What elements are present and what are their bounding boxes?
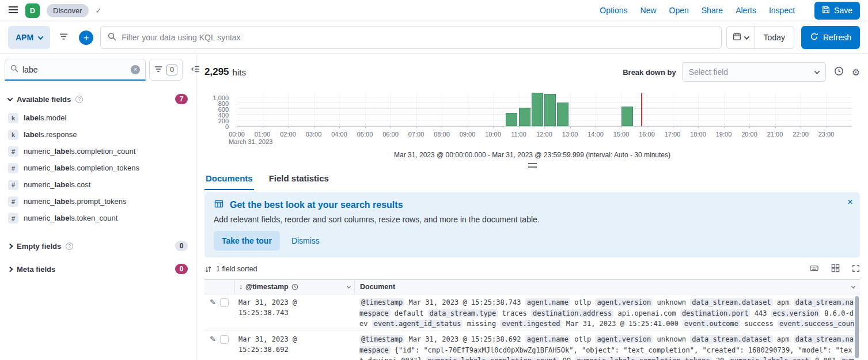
check-icon: ✓ [96, 6, 102, 15]
x-axis-tick [673, 126, 673, 128]
sorted-fields-label[interactable]: 1 field sorted [216, 265, 257, 273]
clear-search-icon[interactable]: × [131, 65, 140, 74]
space-avatar[interactable]: D [25, 3, 40, 18]
tab-field-statistics[interactable]: Field statistics [268, 171, 330, 190]
histogram-bar[interactable] [557, 103, 568, 126]
available-fields-header[interactable]: Available fields ? 7 [0, 92, 196, 106]
x-gridline [827, 93, 827, 126]
field-item[interactable]: klabels.response [0, 126, 196, 143]
field-chip: numeric_labels.completion_tokens [575, 357, 711, 360]
filter-button[interactable] [55, 26, 72, 49]
x-axis-tick [775, 126, 776, 128]
x-axis-label: 10:00 [485, 131, 501, 138]
nav-link-share[interactable]: Share [702, 6, 723, 15]
histogram-bar[interactable] [621, 107, 633, 126]
x-gridline [570, 93, 571, 126]
field-name: numeric_labels.completion_tokens [24, 164, 139, 172]
x-axis-tick [339, 126, 340, 128]
refresh-button[interactable]: Refresh [801, 26, 860, 49]
chart-time-range-caption: Mar 31, 2023 @ 00:00:00.000 - Mar 31, 20… [204, 151, 860, 160]
display-options-button[interactable] [831, 264, 840, 274]
field-chip: destination.address [531, 309, 613, 317]
histogram-plot[interactable] [237, 93, 852, 127]
chevron-down-icon[interactable] [347, 284, 351, 288]
expand-document-icon[interactable]: ✎ [210, 298, 216, 306]
breadcrumb[interactable]: Discover [47, 4, 89, 17]
nav-link-new[interactable]: New [640, 6, 657, 15]
chart-history-button[interactable] [834, 66, 844, 78]
nav-link-alerts[interactable]: Alerts [736, 6, 756, 15]
fullscreen-button[interactable] [852, 264, 860, 274]
breakdown-controls: Break down by Select field ⚙ [623, 62, 860, 82]
histogram-bar[interactable] [519, 108, 530, 126]
date-range-button[interactable]: Today [755, 26, 794, 48]
x-axis-tick [288, 126, 289, 128]
hamburger-icon [8, 5, 18, 17]
kql-input[interactable] [122, 33, 714, 42]
nav-link-options[interactable]: Options [600, 6, 627, 15]
app-header: D Discover ✓ OptionsNewOpenShareAlertsIn… [0, 0, 868, 21]
data-view-picker[interactable]: APM [8, 26, 50, 49]
grid-body: ✎Mar 31, 2023 @ 15:25:38.743@timestamp M… [204, 294, 860, 360]
field-search-input[interactable] [22, 65, 127, 74]
close-icon[interactable]: × [847, 197, 853, 207]
document-column-header[interactable]: Document [354, 280, 860, 294]
breakdown-select[interactable]: Select field [682, 62, 826, 82]
row-checkbox[interactable] [220, 298, 229, 307]
field-chip: data_stream.dataset [690, 298, 772, 306]
nav-link-inspect[interactable]: Inspect [769, 6, 795, 15]
field-item[interactable]: #numeric_labels.prompt_tokens [0, 193, 196, 210]
take-tour-button[interactable]: Take the tour [214, 231, 280, 251]
field-search[interactable]: × [5, 59, 146, 81]
field-chip: numeric_labels.completion_count [426, 357, 559, 360]
dismiss-link[interactable]: Dismiss [291, 236, 320, 245]
tab-documents[interactable]: Documents [204, 171, 254, 190]
panel-resize-handle[interactable] [528, 163, 537, 168]
histogram-bar[interactable] [532, 93, 543, 126]
callout-body: Add relevant fields, reorder and sort co… [214, 215, 851, 224]
field-filter-button[interactable]: 0 [149, 59, 183, 81]
clock-icon [291, 283, 298, 290]
meta-fields-header[interactable]: Meta fields 0 [0, 257, 196, 281]
x-axis-label: 02:00 [280, 131, 296, 138]
breakdown-label: Break down by [623, 68, 676, 77]
nav-link-open[interactable]: Open [669, 6, 689, 15]
number-field-icon: # [8, 180, 18, 190]
field-item[interactable]: #numeric_labels.cost [0, 176, 196, 193]
x-gridline [314, 93, 314, 126]
row-checkbox[interactable] [220, 335, 229, 344]
field-item[interactable]: klabels.model [0, 109, 196, 126]
chevron-down-icon[interactable] [851, 284, 855, 288]
field-item[interactable]: #numeric_labels.completion_count [0, 143, 196, 160]
grid-scrollbar[interactable] [855, 296, 859, 358]
field-name: numeric_labels.prompt_tokens [24, 197, 126, 206]
grid-toolbar: 1 field sorted [204, 262, 860, 276]
x-gridline [416, 93, 417, 126]
add-filter-button[interactable]: + [79, 31, 93, 45]
save-button[interactable]: Save [814, 2, 860, 20]
calendar-icon [733, 32, 741, 43]
x-axis-label: 11:00 [511, 131, 526, 138]
histogram-bar[interactable] [544, 94, 556, 126]
hits-row: 2,295 hits Break down by Select field ⚙ [204, 62, 860, 82]
field-chip: data_stream.type [428, 309, 498, 317]
callout-actions: Take the tour Dismiss [214, 231, 851, 251]
main-menu-button[interactable] [8, 5, 18, 17]
kql-search-bar[interactable] [100, 26, 721, 49]
keyboard-shortcuts-button[interactable] [809, 264, 819, 274]
callout-header: Get the best look at your search results [214, 199, 851, 210]
histogram-bar[interactable] [506, 113, 517, 126]
x-axis-label: 03:00 [306, 131, 322, 138]
field-item[interactable]: #numeric_labels.completion_tokens [0, 160, 196, 176]
date-picker-button[interactable] [727, 26, 755, 48]
table-row: ✎Mar 31, 2023 @ 15:25:38.743@timestamp M… [204, 294, 860, 331]
sort-fields-icon[interactable] [204, 266, 212, 273]
timestamp-column-header[interactable]: ↓ @timestamp [234, 280, 354, 294]
histogram-y-axis: 02004006008001,000 [204, 93, 232, 127]
x-axis-tick [827, 126, 827, 128]
field-item[interactable]: #numeric_labels.token_count [0, 210, 196, 226]
x-axis-date-label: March 31, 2023 [229, 138, 272, 145]
chart-options-button[interactable]: ⚙ [852, 67, 860, 78]
empty-fields-header[interactable]: Empty fields ? 0 [0, 234, 196, 257]
expand-document-icon[interactable]: ✎ [210, 335, 216, 343]
